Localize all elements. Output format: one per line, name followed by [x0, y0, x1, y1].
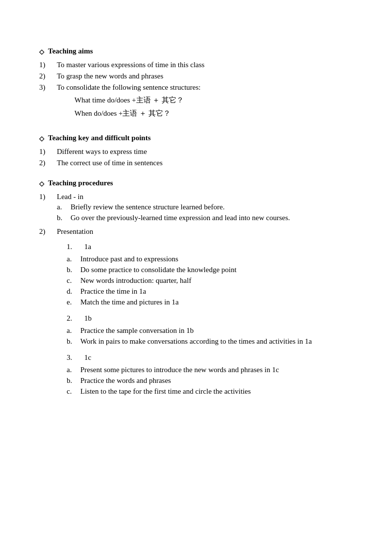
alpha-text: Listen to the tape for the first time an…	[80, 387, 251, 396]
alpha-text: Present some pictures to introduce the n…	[80, 366, 279, 374]
item-content: To grasp the new words and phrases	[57, 72, 353, 80]
alpha-text: Briefly review the sentence structure le…	[71, 203, 224, 211]
sub-section: 2.1ba.Practice the sample conversation i…	[67, 314, 353, 346]
alpha-label: c.	[67, 277, 80, 285]
section-teaching-aims: ◇Teaching aims1)To master various expres…	[39, 47, 353, 122]
alpha-item: b.Work in pairs to make conversations ac…	[67, 337, 353, 346]
item-text: The correct use of time in sentences	[57, 159, 163, 167]
item-text: Different ways to express time	[57, 148, 147, 155]
num-label: 2)	[39, 159, 57, 167]
section-heading-text: Teaching key and difficult points	[48, 134, 151, 142]
diamond-icon: ◇	[39, 180, 44, 188]
numbered-list: 1)To master various expressions of time …	[39, 61, 353, 122]
num-label: 1)	[39, 193, 57, 201]
section-heading-text: Teaching aims	[48, 47, 93, 55]
alpha-item: c.Listen to the tape for the first time …	[67, 387, 353, 396]
alpha-label: a.	[67, 327, 80, 335]
section-teaching-procedures: ◇Teaching procedures1)Lead - ina.Briefly…	[39, 179, 353, 404]
item-text: Presentation	[57, 227, 93, 235]
alpha-text: Introduce past and to expressions	[80, 255, 178, 263]
section-teaching-key: ◇Teaching key and difficult points1)Diff…	[39, 134, 353, 167]
sub-section: 3.1ca.Present some pictures to introduce…	[67, 353, 353, 396]
alpha-item: d.Practice the time in 1a	[67, 287, 353, 296]
alpha-label: b.	[57, 214, 71, 222]
item-text: To master various expressions of time in…	[57, 61, 204, 69]
alpha-item: c.New words introduction: quarter, half	[67, 277, 353, 285]
sub-section-label: 1.	[67, 243, 84, 251]
alpha-label: a.	[57, 203, 71, 211]
item-text: To grasp the new words and phrases	[57, 72, 163, 80]
list-item: 1)To master various expressions of time …	[39, 61, 353, 69]
item-content: The correct use of time in sentences	[57, 159, 353, 167]
item-content: Lead - ina.Briefly review the sentence s…	[57, 193, 353, 225]
alpha-label: d.	[67, 287, 80, 296]
alpha-item: e.Match the time and pictures in 1a	[67, 298, 353, 306]
sub-section-heading: 1.1a	[67, 243, 353, 251]
numbered-list: 1)Different ways to express time2)The co…	[39, 148, 353, 167]
alpha-label: a.	[67, 255, 80, 263]
sub-section-title: 1c	[84, 353, 91, 362]
alpha-item: b.Practice the words and phrases	[67, 377, 353, 385]
alpha-item: a.Present some pictures to introduce the…	[67, 366, 353, 374]
alpha-item: b.Go over the previously-learned time ex…	[57, 214, 353, 222]
alpha-label: c.	[67, 387, 80, 396]
sub-section-heading: 3.1c	[67, 353, 353, 362]
alpha-text: New words introduction: quarter, half	[80, 277, 191, 285]
alpha-text: Practice the time in 1a	[80, 287, 146, 296]
sub-section-title: 1a	[84, 243, 91, 251]
list-item: 2)Presentation1.1aa.Introduce past and t…	[39, 227, 353, 404]
item-content: Different ways to express time	[57, 148, 353, 156]
structure-line: What time do/does +主语 ＋ 其它？	[74, 94, 353, 107]
sub-section-label: 3.	[67, 353, 84, 362]
list-item: 1)Different ways to express time	[39, 148, 353, 156]
alpha-label: b.	[67, 337, 80, 346]
section-heading-text: Teaching procedures	[48, 179, 113, 187]
item-text: Lead - in	[57, 193, 83, 201]
num-label: 2)	[39, 227, 57, 236]
alpha-text: Work in pairs to make conversations acco…	[80, 337, 312, 346]
section-heading: ◇Teaching key and difficult points	[39, 134, 353, 143]
numbered-list: 1)Lead - ina.Briefly review the sentence…	[39, 193, 353, 404]
alpha-text: Practice the words and phrases	[80, 377, 171, 385]
sub-alpha-list: a.Practice the sample conversation in 1b…	[67, 327, 353, 346]
item-content: To master various expressions of time in…	[57, 61, 353, 69]
subsections-container: 1.1aa.Introduce past and to expressionsb…	[57, 243, 353, 396]
sub-alpha-list: a.Present some pictures to introduce the…	[67, 366, 353, 396]
list-item: 2)The correct use of time in sentences	[39, 159, 353, 167]
list-item: 2)To grasp the new words and phrases	[39, 72, 353, 80]
item-content: To consolidate the following sentence st…	[57, 83, 353, 122]
section-heading: ◇Teaching procedures	[39, 179, 353, 188]
num-label: 1)	[39, 148, 57, 156]
alpha-text: Match the time and pictures in 1a	[80, 298, 179, 306]
item-text: To consolidate the following sentence st…	[57, 83, 200, 91]
alpha-item: a.Practice the sample conversation in 1b	[67, 327, 353, 335]
alpha-text: Go over the previously-learned time expr…	[71, 214, 290, 222]
alpha-label: b.	[67, 377, 80, 385]
alpha-item: b.Do some practice to consolidate the kn…	[67, 266, 353, 274]
alpha-item: a.Briefly review the sentence structure …	[57, 203, 353, 211]
alpha-label: e.	[67, 298, 80, 306]
list-item: 1)Lead - ina.Briefly review the sentence…	[39, 193, 353, 225]
diamond-icon: ◇	[39, 48, 44, 56]
num-label: 2)	[39, 72, 57, 80]
structure-line: When do/does +主语 ＋ 其它？	[74, 107, 353, 120]
item-content: Presentation1.1aa.Introduce past and to …	[57, 227, 353, 404]
sub-alpha-list: a.Introduce past and to expressionsb.Do …	[67, 255, 353, 306]
alpha-list: a.Briefly review the sentence structure …	[57, 203, 353, 222]
sub-section-heading: 2.1b	[67, 314, 353, 323]
alpha-text: Practice the sample conversation in 1b	[80, 327, 194, 335]
sub-section: 1.1aa.Introduce past and to expressionsb…	[67, 243, 353, 306]
list-item: 3)To consolidate the following sentence …	[39, 83, 353, 122]
num-label: 3)	[39, 83, 57, 92]
alpha-label: b.	[67, 266, 80, 274]
alpha-label: a.	[67, 366, 80, 374]
diamond-icon: ◇	[39, 135, 44, 143]
alpha-item: a.Introduce past and to expressions	[67, 255, 353, 263]
alpha-text: Do some practice to consolidate the know…	[80, 266, 237, 274]
section-heading: ◇Teaching aims	[39, 47, 353, 56]
sub-section-title: 1b	[84, 314, 92, 323]
sub-section-label: 2.	[67, 314, 84, 323]
num-label: 1)	[39, 61, 57, 69]
structure-indent: What time do/does +主语 ＋ 其它？When do/does …	[57, 94, 353, 120]
